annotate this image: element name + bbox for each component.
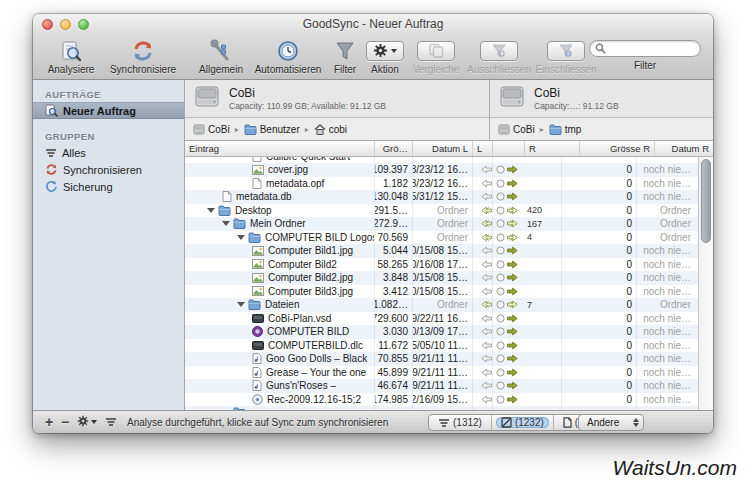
table-row[interactable]: Rec-2009.12.16-15;2174.98512/16/09 15…0n… (185, 393, 698, 407)
sync-left-arrow-icon[interactable] (473, 258, 493, 272)
sync-right-arrow-icon[interactable] (507, 298, 525, 312)
sync-right-arrow-icon[interactable] (507, 258, 525, 272)
sync-right-arrow-icon[interactable] (507, 190, 525, 204)
scrollbar-thumb[interactable] (701, 159, 711, 243)
table-row[interactable]: COMPUTERBILD.dlc11.67205/05/10 11…0noch … (185, 339, 698, 353)
sync-right-arrow-icon[interactable] (507, 285, 525, 299)
table-row[interactable]: Computer Bild2.jpg3.84810/15/08 15…0noch… (185, 271, 698, 285)
table-row[interactable]: COMPUTER BILD Logos70.569Ordner40Ordner (185, 231, 698, 245)
disclosure-triangle-icon[interactable] (237, 302, 245, 307)
filter-view-button[interactable] (105, 413, 117, 431)
table-row[interactable]: COMPUTER BILD3.03010/13/09 17…0noch nie… (185, 325, 698, 339)
sync-none-icon[interactable] (493, 204, 507, 218)
column-header-eintrag[interactable]: Eintrag (185, 141, 375, 156)
sync-left-arrow-icon[interactable] (473, 271, 493, 285)
sync-left-arrow-icon[interactable] (473, 393, 493, 407)
sync-left-arrow-icon[interactable] (473, 379, 493, 393)
column-header-sync[interactable] (493, 141, 525, 156)
sync-left-arrow-icon[interactable] (473, 366, 493, 380)
column-header-gr-sse-r[interactable]: Grösse R (580, 141, 655, 156)
breadcrumb-item-cobi[interactable]: CoBi (498, 124, 535, 135)
table-row[interactable]: metadata.opf1.18203/23/12 16…0noch nie… (185, 177, 698, 191)
column-header-gr-[interactable]: Grö… (375, 141, 413, 156)
sync-none-icon[interactable] (493, 379, 507, 393)
sync-none-icon[interactable] (493, 177, 507, 191)
vertical-scrollbar[interactable] (698, 157, 713, 410)
table-row[interactable]: Computer Bild258.26510/16/08 17…0noch ni… (185, 258, 698, 272)
sync-none-icon[interactable] (493, 298, 507, 312)
andere-dropdown[interactable]: Andere (578, 414, 644, 431)
sync-left-arrow-icon[interactable] (473, 231, 493, 245)
sync-none-icon[interactable] (493, 258, 507, 272)
column-header-datum-l[interactable]: Datum L (413, 141, 473, 156)
zoom-button[interactable] (78, 19, 89, 30)
sync-right-arrow-icon[interactable] (507, 366, 525, 380)
table-row[interactable]: metadata.db130.04805/31/12 15…0noch nie… (185, 190, 698, 204)
sync-right-arrow-icon[interactable] (507, 352, 525, 366)
sync-left-arrow-icon[interactable] (473, 352, 493, 366)
sync-left-arrow-icon[interactable] (473, 285, 493, 299)
sync-right-arrow-icon[interactable] (507, 231, 525, 245)
table-row[interactable]: CoBi-Plan.vsd729.60009/22/11 16…0noch ni… (185, 312, 698, 326)
sync-right-arrow-icon[interactable] (507, 325, 525, 339)
sync-left-arrow-icon[interactable] (473, 190, 493, 204)
sidebar-item-alles[interactable]: Alles (33, 144, 184, 161)
breadcrumb-item-cobi[interactable]: CoBi (193, 124, 230, 135)
disclosure-triangle-icon[interactable] (237, 235, 245, 240)
sync-none-icon[interactable] (493, 244, 507, 258)
table-row[interactable]: Guns'n'Roses –46.67409/21/11 11…0noch ni… (185, 379, 698, 393)
sync-left-arrow-icon[interactable] (473, 339, 493, 353)
sync-left-arrow-icon[interactable] (473, 312, 493, 326)
table-row[interactable]: Dateien1.082…Ordner70Ordner (185, 298, 698, 312)
minimize-button[interactable] (60, 19, 71, 30)
toolbar-button-aktion[interactable]: Aktion (361, 37, 409, 75)
sync-right-arrow-icon[interactable] (507, 244, 525, 258)
segment-1312[interactable]: (1312) (429, 415, 492, 430)
sync-none-icon[interactable] (493, 325, 507, 339)
sync-none-icon[interactable] (493, 163, 507, 177)
table-row[interactable]: Mein Ordner272.9…Ordner1670Ordner (185, 217, 698, 231)
sync-none-icon[interactable] (493, 190, 507, 204)
toolbar-button-allgemein[interactable]: Allgemein (189, 37, 253, 75)
search-input[interactable] (589, 40, 701, 57)
sync-none-icon[interactable] (493, 285, 507, 299)
title-bar[interactable]: GoodSync - Neuer Auftrag (33, 14, 713, 35)
sync-right-arrow-icon[interactable] (507, 379, 525, 393)
sync-right-arrow-icon[interactable] (507, 177, 525, 191)
sync-right-arrow-icon[interactable] (507, 339, 525, 353)
remove-button[interactable]: − (57, 414, 73, 430)
disclosure-triangle-icon[interactable] (207, 208, 215, 213)
close-button[interactable] (42, 19, 53, 30)
table-row[interactable]: Desktop291.5…Ordner4200Ordner (185, 204, 698, 218)
table-row[interactable]: Computer Bild3.jpg3.41210/15/08 15…0noch… (185, 285, 698, 299)
sync-right-arrow-icon[interactable] (507, 393, 525, 407)
sync-left-arrow-icon[interactable] (473, 177, 493, 191)
sync-left-arrow-icon[interactable] (473, 244, 493, 258)
sync-none-icon[interactable] (493, 352, 507, 366)
sync-right-arrow-icon[interactable] (507, 217, 525, 231)
sync-right-arrow-icon[interactable] (507, 204, 525, 218)
breadcrumb-item-benutzer[interactable]: Benutzer (244, 124, 300, 135)
sync-right-arrow-icon[interactable] (507, 163, 525, 177)
sync-right-arrow-icon[interactable] (507, 271, 525, 285)
table-row[interactable]: Goo Goo Dolls – Black70.85509/21/11 11…0… (185, 352, 698, 366)
sidebar-item-neuer-auftrag[interactable]: Neuer Auftrag (33, 102, 184, 119)
sync-none-icon[interactable] (493, 366, 507, 380)
column-header-r[interactable]: R (525, 141, 580, 156)
table-row[interactable]: Computer Bild1.jpg5.04410/15/08 15…0noch… (185, 244, 698, 258)
segment-1232[interactable]: (1232) (492, 415, 554, 430)
sidebar-item-sicherung[interactable]: Sicherung (33, 178, 184, 195)
column-header-datum-r[interactable]: Datum R (655, 141, 713, 156)
sync-none-icon[interactable] (493, 231, 507, 245)
toolbar-button-synchronisiere[interactable]: Synchronisiere (100, 37, 186, 75)
sync-left-arrow-icon[interactable] (473, 325, 493, 339)
sync-none-icon[interactable] (493, 271, 507, 285)
sync-left-arrow-icon[interactable] (473, 217, 493, 231)
disclosure-triangle-icon[interactable] (222, 221, 230, 226)
sync-left-arrow-icon[interactable] (473, 163, 493, 177)
sync-left-arrow-icon[interactable] (473, 298, 493, 312)
sidebar-item-synchronisieren[interactable]: Synchronisieren (33, 161, 184, 178)
sync-none-icon[interactable] (493, 393, 507, 407)
breadcrumb-item-tmp[interactable]: tmp (549, 124, 582, 135)
table-row[interactable]: cover.jpg109.39703/23/12 16…0noch nie… (185, 163, 698, 177)
